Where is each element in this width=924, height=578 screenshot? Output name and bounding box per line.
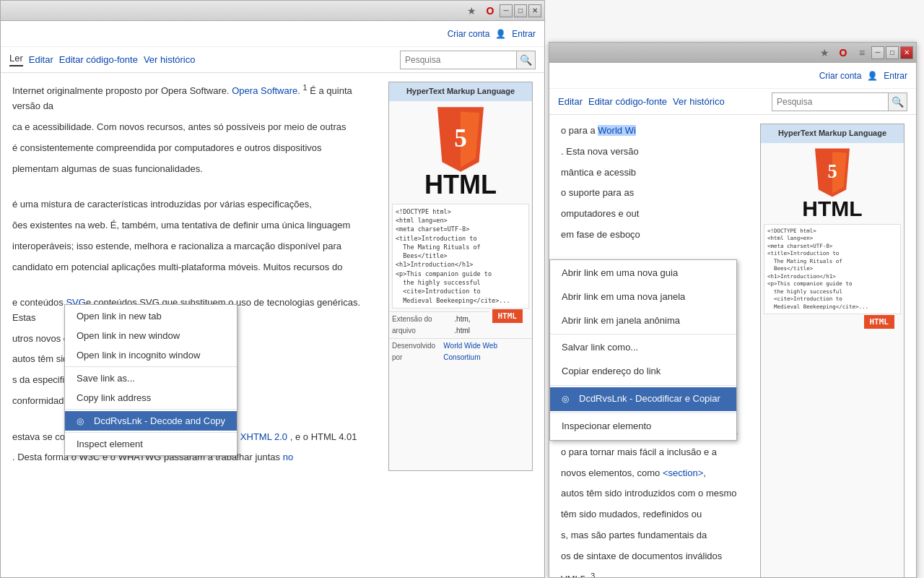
nav-editar-codigo[interactable]: Editar código-fonte (59, 54, 138, 65)
w2-maximize-button[interactable]: □ (886, 46, 899, 59)
w2-person-icon: 👤 (867, 71, 878, 81)
w2-close-button[interactable]: ✕ (900, 46, 913, 59)
no-link[interactable]: no (283, 452, 293, 462)
w2-nav-editar-codigo[interactable]: Editar código-fonte (588, 96, 667, 107)
w2-wiki-content: o para a World Wi . Esta nova versão mân… (549, 115, 916, 577)
criar-conta-link[interactable]: Criar conta (448, 29, 490, 39)
w2-opera-icon[interactable]: O (835, 45, 851, 61)
window2: ★ O ≡ ─ □ ✕ Criar conta 👤 Entrar Editar … (549, 42, 917, 578)
w2-minimize-button[interactable]: ─ (871, 46, 884, 59)
w2-html5-shield-icon: 5 (811, 147, 854, 198)
pt-context-separator-2 (550, 385, 736, 386)
svg-text:5: 5 (827, 160, 837, 182)
infobox: HyperText Markup Language 5 HTML <!DOCTY… (388, 82, 533, 471)
w2-infobox: HyperText Markup Language 5 HTML <!DOCTY… (760, 124, 905, 577)
bookmark-icon[interactable]: ★ (463, 3, 479, 19)
wiki-top-bar: Criar conta 👤 Entrar (1, 21, 544, 47)
xhtml-link[interactable]: XHTML 2.0 (240, 431, 287, 442)
pt-context-inspect[interactable]: Inspecionar elemento (550, 415, 736, 439)
pt-context-separator-1 (550, 334, 736, 335)
infobox-header: HyperText Markup Language (389, 82, 532, 101)
context-save-link[interactable]: Save link as... (65, 368, 237, 388)
opera-software-link[interactable]: Opera Software (232, 85, 297, 96)
pt-dcdrvslink-icon: ◎ (562, 392, 573, 406)
infobox-desenvolvido-row: Desenvolvido por World Wide Web Consorti… (389, 338, 532, 365)
window2-titlebar: ★ O ≡ ─ □ ✕ (549, 43, 916, 63)
nav-editar[interactable]: Editar (29, 54, 53, 65)
context-separator-2 (65, 409, 237, 410)
search-input[interactable] (401, 51, 516, 69)
pt-context-open-anon[interactable]: Abrir link em janela anônima (550, 309, 736, 333)
w2-nav-editar[interactable]: Editar (558, 96, 583, 107)
html-logo-text: HTML (392, 172, 529, 198)
infobox-extensao-row: Extensão do arquivo .htm, .html (389, 311, 489, 338)
w2-wiki-navigation: Editar Editar código-fonte Ver histórico… (549, 89, 916, 115)
w2-html-logo-text: HTML (764, 198, 901, 220)
w2-search-input[interactable] (772, 93, 888, 111)
pt-context-open-new-tab[interactable]: Abrir link em uma nova guia (550, 262, 736, 285)
opera-icon[interactable]: O (482, 3, 498, 19)
dcdrvslink-icon: ◎ (77, 416, 88, 426)
context-menu-en: Open link in new tab Open link in new wi… (64, 304, 237, 456)
context-menu-pt: Abrir link em uma nova guia Abrir link e… (549, 259, 737, 441)
search-box: 🔍 (400, 51, 536, 69)
context-copy-link[interactable]: Copy link address (65, 388, 237, 407)
pt-context-copy-link[interactable]: Copiar endereço do link (550, 360, 736, 384)
context-separator-3 (65, 432, 237, 433)
w2-criar-conta-link[interactable]: Criar conta (819, 71, 862, 81)
maximize-button[interactable]: □ (514, 4, 527, 17)
w2-infobox-header: HyperText Markup Language (761, 124, 904, 143)
html-badge: HTML (492, 309, 523, 323)
pt-context-save-link[interactable]: Salvar link como... (550, 336, 736, 360)
context-open-new-window[interactable]: Open link in new window (65, 326, 237, 345)
w2-infobox-code: <!DOCTYPE html> <html lang=en> <meta cha… (764, 224, 901, 315)
w2-nav-ver-historico[interactable]: Ver histórico (673, 96, 725, 107)
extensao-value: .htm, .html (454, 314, 486, 337)
wiki-navigation: Ler Editar Editar código-fonte Ver histó… (1, 47, 544, 73)
nav-ler[interactable]: Ler (9, 53, 23, 66)
world-wide-web-link[interactable]: World Wi (598, 125, 635, 136)
pt-context-separator-3 (550, 413, 736, 413)
desenvolvido-label: Desenvolvido por (392, 340, 443, 363)
context-dcdrvslink[interactable]: ◎ DcdRvsLnk - Decode and Copy (65, 411, 237, 431)
context-inspect[interactable]: Inspect element (65, 434, 237, 454)
w2-bookmark-icon[interactable]: ★ (816, 45, 832, 61)
w2-menu-icon[interactable]: ≡ (854, 45, 870, 61)
minimize-button[interactable]: ─ (500, 4, 513, 17)
close-button[interactable]: ✕ (528, 4, 541, 17)
w2-search-button[interactable]: 🔍 (888, 93, 907, 111)
pt-context-dcdrvslink[interactable]: ◎ DcdRvsLnk - Decodificar e Copiar (550, 387, 736, 411)
w2-wiki-top-bar: Criar conta 👤 Entrar (549, 63, 916, 89)
svg-text:5: 5 (454, 124, 467, 152)
pt-context-open-new-window[interactable]: Abrir link em uma nova janela (550, 285, 736, 309)
desenvolvido-value[interactable]: World Wide Web Consortium (443, 340, 529, 363)
html5-shield-icon: 5 (432, 107, 489, 172)
search-button[interactable]: 🔍 (516, 51, 535, 69)
section-link[interactable]: <section> (663, 467, 703, 478)
w2-entrar-link[interactable]: Entrar (884, 71, 907, 81)
infobox-code: <!DOCTYPE html> <html lang=en> <meta cha… (392, 204, 529, 309)
w2-html-badge: HTML (864, 315, 895, 329)
context-open-new-tab[interactable]: Open link in new tab (65, 306, 237, 326)
entrar-link[interactable]: Entrar (512, 29, 536, 39)
context-separator-1 (65, 366, 237, 367)
person-icon: 👤 (495, 29, 506, 39)
window1: ★ O ─ □ ✕ Criar conta 👤 Entrar Ler Edita… (0, 0, 545, 578)
w2-search-box: 🔍 (772, 92, 907, 111)
nav-ver-historico[interactable]: Ver histórico (144, 54, 196, 65)
window1-titlebar: ★ O ─ □ ✕ (1, 1, 544, 21)
context-open-incognito[interactable]: Open link in incognito window (65, 345, 237, 365)
extensao-label: Extensão do arquivo (392, 314, 454, 337)
